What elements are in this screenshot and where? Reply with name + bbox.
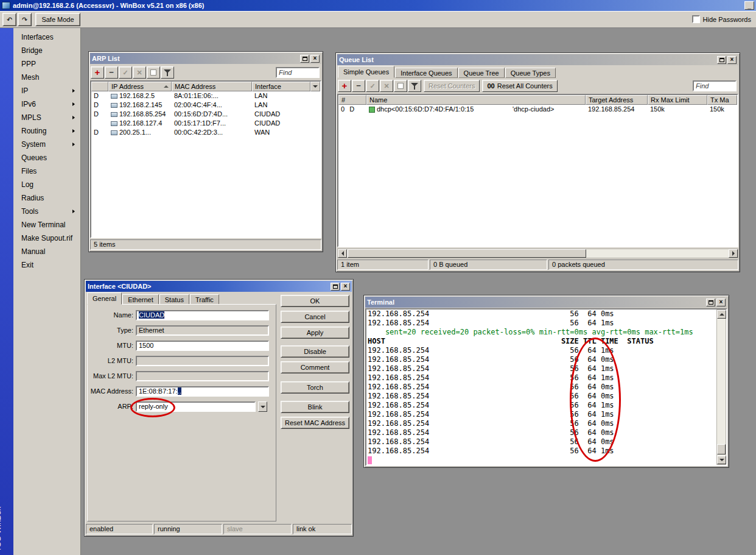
arp-row[interactable]: D 200.25.1... 00:0C:42:2D:3... WAN bbox=[91, 128, 320, 137]
interface-maximize-button[interactable] bbox=[331, 283, 340, 291]
tab-traffic[interactable]: Traffic bbox=[190, 294, 219, 305]
arp-maximize-button[interactable] bbox=[300, 55, 309, 63]
sidebar-item-mpls[interactable]: MPLS bbox=[13, 111, 80, 124]
sidebar-item-new-terminal[interactable]: New Terminal bbox=[13, 218, 80, 232]
column-header-tx-max-limit[interactable]: Tx Ma bbox=[707, 95, 737, 105]
arp-select[interactable]: reply-only bbox=[136, 401, 256, 412]
queue-find-input[interactable] bbox=[693, 80, 737, 91]
column-header-rx-max-limit[interactable]: Rx Max Limit bbox=[648, 95, 707, 105]
arp-enable-button[interactable]: ✓ bbox=[119, 66, 132, 79]
tab-ethernet[interactable]: Ethernet bbox=[122, 294, 159, 305]
column-header-number[interactable]: # bbox=[338, 95, 366, 105]
sidebar-item-radius[interactable]: Radius bbox=[13, 191, 80, 205]
arp-row[interactable]: D 192.168.85.254 00:15:6D:D7:4D... CIUDA… bbox=[91, 110, 320, 119]
queue-comment-button[interactable] bbox=[394, 80, 407, 92]
hide-passwords-checkbox[interactable] bbox=[692, 15, 700, 23]
scroll-up-button[interactable] bbox=[717, 310, 726, 319]
tab-general[interactable]: General bbox=[87, 292, 122, 305]
terminal-content[interactable]: 192.168.85.254 56 64 0ms 192.168.85.254 … bbox=[365, 308, 727, 466]
sidebar-item-files[interactable]: Files bbox=[13, 164, 80, 178]
arp-dropdown-button[interactable] bbox=[258, 401, 267, 412]
torch-button[interactable]: Torch bbox=[281, 381, 349, 394]
arp-row[interactable]: D 192.168.2.145 02:00:4C:4F:4... LAN bbox=[91, 101, 320, 110]
reset-all-counters-button[interactable]: 00Reset All Counters bbox=[482, 80, 557, 92]
mtu-input[interactable]: 1500 bbox=[136, 341, 269, 351]
queue-disable-button[interactable]: ✕ bbox=[380, 80, 393, 92]
queue-maximize-button[interactable] bbox=[717, 56, 726, 64]
sidebar-item-manual[interactable]: Manual bbox=[13, 245, 80, 258]
column-header-flags[interactable] bbox=[91, 82, 108, 91]
sidebar-item-ipv6[interactable]: IPv6 bbox=[13, 97, 80, 111]
apply-button[interactable]: Apply bbox=[281, 327, 349, 339]
terminal-output[interactable]: 192.168.85.254 56 64 0ms 192.168.85.254 … bbox=[368, 309, 715, 465]
column-header-mac-address[interactable]: MAC Address bbox=[172, 82, 252, 91]
cancel-button[interactable]: Cancel bbox=[281, 311, 349, 323]
scrollbar-thumb[interactable] bbox=[348, 249, 586, 258]
safe-mode-button[interactable]: Safe Mode bbox=[35, 13, 80, 26]
scroll-left-button[interactable] bbox=[338, 249, 347, 258]
arp-add-button[interactable]: + bbox=[91, 66, 104, 79]
arp-close-button[interactable]: × bbox=[310, 55, 320, 63]
arp-remove-button[interactable]: − bbox=[105, 66, 118, 79]
arp-titlebar[interactable]: ARP List × bbox=[90, 53, 321, 64]
column-header-ip-address[interactable]: IP Address bbox=[108, 82, 172, 91]
tab-interface-queues[interactable]: Interface Queues bbox=[395, 68, 457, 78]
arp-row[interactable]: D 192.168.2.5 8A:01:1E:06:... LAN bbox=[91, 91, 320, 101]
sidebar-item-make-supout[interactable]: Make Supout.rif bbox=[13, 232, 80, 245]
app-titlebar[interactable]: admin@192.168.2.6 (Accesssvr) - WinBox v… bbox=[0, 0, 756, 11]
sidebar-item-system[interactable]: System bbox=[13, 138, 80, 151]
sidebar-item-log[interactable]: Log bbox=[13, 178, 80, 191]
name-input[interactable]: CIUDAD bbox=[136, 310, 269, 320]
tab-queue-types[interactable]: Queue Types bbox=[505, 68, 556, 78]
comment-button[interactable]: Comment bbox=[281, 361, 349, 373]
tab-status[interactable]: Status bbox=[159, 294, 189, 305]
sidebar-item-tools[interactable]: Tools bbox=[13, 205, 80, 218]
interface-close-button[interactable]: × bbox=[341, 283, 350, 291]
tab-simple-queues[interactable]: Simple Queues bbox=[338, 66, 394, 78]
terminal-vertical-scrollbar[interactable] bbox=[716, 309, 726, 465]
arp-row[interactable]: 192.168.127.4 00:15:17:1D:F7... CIUDAD bbox=[91, 119, 320, 128]
scrollbar-thumb[interactable] bbox=[717, 444, 726, 454]
column-header-interface[interactable]: Interface bbox=[252, 82, 310, 91]
disable-button[interactable]: Disable bbox=[281, 345, 349, 358]
sidebar-item-ip[interactable]: IP bbox=[13, 84, 80, 97]
terminal-maximize-button[interactable] bbox=[706, 299, 715, 306]
queue-remove-button[interactable]: − bbox=[352, 80, 365, 92]
app-minimize-button[interactable]: _ bbox=[744, 1, 754, 10]
arp-find-input[interactable] bbox=[276, 67, 320, 78]
reset-mac-address-button[interactable]: Reset MAC Address bbox=[281, 417, 349, 429]
column-header-name[interactable]: Name bbox=[366, 95, 586, 105]
redo-button[interactable]: ↷ bbox=[18, 13, 32, 26]
sidebar-item-mesh[interactable]: Mesh bbox=[13, 71, 80, 84]
queue-close-button[interactable]: × bbox=[727, 56, 737, 64]
sidebar-item-ppp[interactable]: PPP bbox=[13, 57, 80, 71]
scroll-right-button[interactable] bbox=[729, 249, 738, 258]
queue-titlebar[interactable]: Queue List × bbox=[337, 54, 738, 65]
interface-titlebar[interactable]: Interface <CIUDAD> × bbox=[86, 281, 352, 292]
reset-counters-button[interactable]: Reset Counters bbox=[424, 80, 480, 92]
sidebar-item-routing[interactable]: Routing bbox=[13, 124, 80, 138]
arp-filter-button[interactable] bbox=[161, 66, 174, 79]
queue-row[interactable]: 0D dhcp<00:15:6D:D7:4D:FA/1:0:15'dhcp-ci… bbox=[338, 105, 737, 114]
queue-enable-button[interactable]: ✓ bbox=[366, 80, 379, 92]
blink-button[interactable]: Blink bbox=[281, 401, 349, 413]
terminal-titlebar[interactable]: Terminal × bbox=[365, 297, 727, 308]
scroll-down-button[interactable] bbox=[717, 456, 726, 464]
terminal-close-button[interactable]: × bbox=[716, 299, 726, 306]
sidebar-item-exit[interactable]: Exit bbox=[13, 258, 80, 272]
queue-filter-button[interactable] bbox=[408, 80, 421, 92]
sidebar-item-queues[interactable]: Queues bbox=[13, 151, 80, 164]
ok-button[interactable]: OK bbox=[281, 295, 349, 307]
hide-passwords-control[interactable]: Hide Passwords bbox=[692, 15, 751, 23]
column-header-target-address[interactable]: Target Address bbox=[586, 95, 648, 105]
undo-button[interactable]: ↶ bbox=[2, 13, 16, 26]
arp-disable-button[interactable]: ✕ bbox=[133, 66, 146, 79]
arp-comment-button[interactable] bbox=[147, 66, 160, 79]
queue-add-button[interactable]: + bbox=[338, 80, 351, 92]
sidebar-item-interfaces[interactable]: Interfaces bbox=[13, 30, 80, 44]
column-select-button[interactable] bbox=[310, 82, 320, 91]
queue-horizontal-scrollbar[interactable] bbox=[337, 249, 738, 258]
mac-address-input[interactable]: 1E:08:B7:17:.. bbox=[136, 386, 269, 397]
sidebar-item-bridge[interactable]: Bridge bbox=[13, 44, 80, 57]
tab-queue-tree[interactable]: Queue Tree bbox=[458, 68, 505, 78]
